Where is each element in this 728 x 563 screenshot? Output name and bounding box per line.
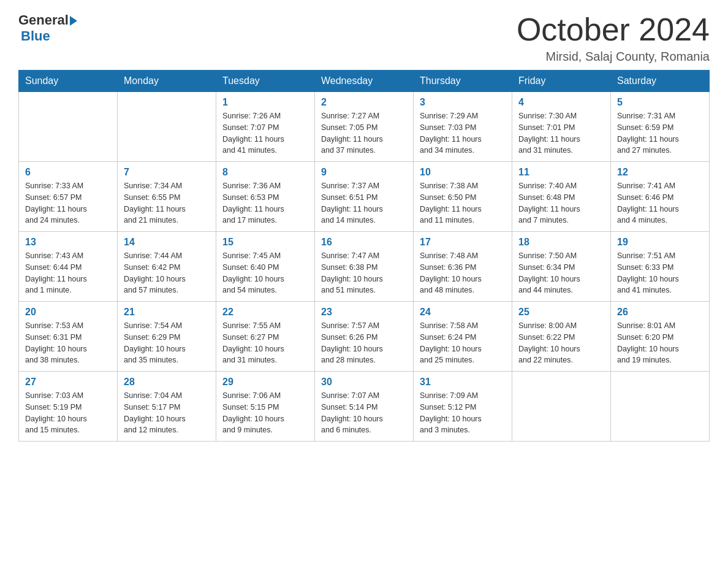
day-info: Sunrise: 7:54 AMSunset: 6:29 PMDaylight:…: [124, 320, 210, 366]
day-number: 2: [321, 97, 407, 108]
day-info: Sunrise: 7:33 AMSunset: 6:57 PMDaylight:…: [25, 180, 111, 226]
calendar-day-cell: 9Sunrise: 7:37 AMSunset: 6:51 PMDaylight…: [315, 162, 414, 232]
day-info: Sunrise: 7:26 AMSunset: 7:07 PMDaylight:…: [222, 110, 308, 156]
day-info: Sunrise: 7:50 AMSunset: 6:34 PMDaylight:…: [518, 250, 604, 296]
day-number: 26: [617, 307, 703, 318]
calendar-week-row: 13Sunrise: 7:43 AMSunset: 6:44 PMDayligh…: [19, 232, 710, 302]
day-info: Sunrise: 7:51 AMSunset: 6:33 PMDaylight:…: [617, 250, 703, 296]
calendar-day-cell: 5Sunrise: 7:31 AMSunset: 6:59 PMDaylight…: [611, 92, 710, 162]
calendar-day-cell: 22Sunrise: 7:55 AMSunset: 6:27 PMDayligh…: [216, 302, 315, 372]
calendar-day-cell: 4Sunrise: 7:30 AMSunset: 7:01 PMDaylight…: [512, 92, 611, 162]
day-number: 1: [222, 97, 308, 108]
calendar-day-cell: 30Sunrise: 7:07 AMSunset: 5:14 PMDayligh…: [315, 372, 414, 442]
calendar-week-row: 20Sunrise: 7:53 AMSunset: 6:31 PMDayligh…: [19, 302, 710, 372]
calendar-day-cell: 31Sunrise: 7:09 AMSunset: 5:12 PMDayligh…: [414, 372, 512, 442]
calendar-week-row: 27Sunrise: 7:03 AMSunset: 5:19 PMDayligh…: [19, 372, 710, 442]
day-number: 15: [222, 237, 308, 248]
day-number: 12: [617, 167, 703, 178]
calendar-day-cell: 21Sunrise: 7:54 AMSunset: 6:29 PMDayligh…: [118, 302, 216, 372]
day-number: 5: [617, 97, 703, 108]
calendar-day-cell: [118, 92, 216, 162]
calendar-day-cell: 7Sunrise: 7:34 AMSunset: 6:55 PMDaylight…: [118, 162, 216, 232]
logo-arrow-icon: [70, 16, 77, 26]
title-block: October 2024 Mirsid, Salaj County, Roman…: [517, 12, 710, 64]
day-number: 18: [518, 237, 604, 248]
calendar-day-cell: 17Sunrise: 7:48 AMSunset: 6:36 PMDayligh…: [414, 232, 512, 302]
day-info: Sunrise: 7:40 AMSunset: 6:48 PMDaylight:…: [518, 180, 604, 226]
day-number: 6: [25, 167, 111, 178]
calendar-day-cell: 19Sunrise: 7:51 AMSunset: 6:33 PMDayligh…: [611, 232, 710, 302]
day-info: Sunrise: 7:29 AMSunset: 7:03 PMDaylight:…: [420, 110, 506, 156]
day-info: Sunrise: 7:47 AMSunset: 6:38 PMDaylight:…: [321, 250, 407, 296]
day-info: Sunrise: 8:01 AMSunset: 6:20 PMDaylight:…: [617, 320, 703, 366]
calendar-header-cell: Saturday: [611, 71, 710, 92]
calendar-day-cell: 8Sunrise: 7:36 AMSunset: 6:53 PMDaylight…: [216, 162, 315, 232]
day-number: 16: [321, 237, 407, 248]
calendar-day-cell: 27Sunrise: 7:03 AMSunset: 5:19 PMDayligh…: [19, 372, 118, 442]
calendar-day-cell: 23Sunrise: 7:57 AMSunset: 6:26 PMDayligh…: [315, 302, 414, 372]
calendar-title: October 2024: [517, 12, 710, 47]
day-number: 30: [321, 377, 407, 388]
day-number: 24: [420, 307, 506, 318]
calendar-week-row: 6Sunrise: 7:33 AMSunset: 6:57 PMDaylight…: [19, 162, 710, 232]
day-number: 28: [124, 377, 210, 388]
calendar-day-cell: 10Sunrise: 7:38 AMSunset: 6:50 PMDayligh…: [414, 162, 512, 232]
day-info: Sunrise: 7:41 AMSunset: 6:46 PMDaylight:…: [617, 180, 703, 226]
day-number: 10: [420, 167, 506, 178]
day-number: 27: [25, 377, 111, 388]
calendar-day-cell: 6Sunrise: 7:33 AMSunset: 6:57 PMDaylight…: [19, 162, 118, 232]
day-info: Sunrise: 7:58 AMSunset: 6:24 PMDaylight:…: [420, 320, 506, 366]
logo-text-blue: Blue: [21, 28, 50, 44]
day-info: Sunrise: 7:09 AMSunset: 5:12 PMDaylight:…: [420, 390, 506, 436]
calendar-day-cell: 11Sunrise: 7:40 AMSunset: 6:48 PMDayligh…: [512, 162, 611, 232]
calendar-day-cell: 15Sunrise: 7:45 AMSunset: 6:40 PMDayligh…: [216, 232, 315, 302]
calendar-day-cell: 25Sunrise: 8:00 AMSunset: 6:22 PMDayligh…: [512, 302, 611, 372]
day-number: 29: [222, 377, 308, 388]
day-info: Sunrise: 7:27 AMSunset: 7:05 PMDaylight:…: [321, 110, 407, 156]
calendar-header-cell: Tuesday: [216, 71, 315, 92]
calendar-day-cell: 12Sunrise: 7:41 AMSunset: 6:46 PMDayligh…: [611, 162, 710, 232]
day-number: 7: [124, 167, 210, 178]
calendar-day-cell: [19, 92, 118, 162]
calendar-day-cell: 3Sunrise: 7:29 AMSunset: 7:03 PMDaylight…: [414, 92, 512, 162]
day-info: Sunrise: 7:06 AMSunset: 5:15 PMDaylight:…: [222, 390, 308, 436]
page-header: General Blue October 2024 Mirsid, Salaj …: [18, 12, 710, 64]
day-info: Sunrise: 7:45 AMSunset: 6:40 PMDaylight:…: [222, 250, 308, 296]
calendar-day-cell: [512, 372, 611, 442]
calendar-header-cell: Monday: [118, 71, 216, 92]
calendar-header-cell: Thursday: [414, 71, 512, 92]
calendar-day-cell: 20Sunrise: 7:53 AMSunset: 6:31 PMDayligh…: [19, 302, 118, 372]
calendar-day-cell: [611, 372, 710, 442]
day-info: Sunrise: 7:57 AMSunset: 6:26 PMDaylight:…: [321, 320, 407, 366]
day-info: Sunrise: 7:04 AMSunset: 5:17 PMDaylight:…: [124, 390, 210, 436]
day-number: 9: [321, 167, 407, 178]
day-info: Sunrise: 7:07 AMSunset: 5:14 PMDaylight:…: [321, 390, 407, 436]
day-number: 31: [420, 377, 506, 388]
day-info: Sunrise: 7:36 AMSunset: 6:53 PMDaylight:…: [222, 180, 308, 226]
day-number: 19: [617, 237, 703, 248]
day-info: Sunrise: 7:44 AMSunset: 6:42 PMDaylight:…: [124, 250, 210, 296]
day-number: 3: [420, 97, 506, 108]
day-number: 13: [25, 237, 111, 248]
day-info: Sunrise: 7:37 AMSunset: 6:51 PMDaylight:…: [321, 180, 407, 226]
day-number: 22: [222, 307, 308, 318]
day-number: 20: [25, 307, 111, 318]
day-number: 14: [124, 237, 210, 248]
day-info: Sunrise: 7:34 AMSunset: 6:55 PMDaylight:…: [124, 180, 210, 226]
day-number: 21: [124, 307, 210, 318]
day-info: Sunrise: 8:00 AMSunset: 6:22 PMDaylight:…: [518, 320, 604, 366]
calendar-header-cell: Wednesday: [315, 71, 414, 92]
day-number: 4: [518, 97, 604, 108]
day-info: Sunrise: 7:53 AMSunset: 6:31 PMDaylight:…: [25, 320, 111, 366]
calendar-day-cell: 13Sunrise: 7:43 AMSunset: 6:44 PMDayligh…: [19, 232, 118, 302]
day-number: 8: [222, 167, 308, 178]
day-info: Sunrise: 7:30 AMSunset: 7:01 PMDaylight:…: [518, 110, 604, 156]
day-info: Sunrise: 7:31 AMSunset: 6:59 PMDaylight:…: [617, 110, 703, 156]
calendar-day-cell: 29Sunrise: 7:06 AMSunset: 5:15 PMDayligh…: [216, 372, 315, 442]
calendar-week-row: 1Sunrise: 7:26 AMSunset: 7:07 PMDaylight…: [19, 92, 710, 162]
calendar-day-cell: 1Sunrise: 7:26 AMSunset: 7:07 PMDaylight…: [216, 92, 315, 162]
calendar-header-cell: Friday: [512, 71, 611, 92]
calendar-subtitle: Mirsid, Salaj County, Romania: [517, 50, 710, 64]
day-info: Sunrise: 7:43 AMSunset: 6:44 PMDaylight:…: [25, 250, 111, 296]
calendar-table: SundayMondayTuesdayWednesdayThursdayFrid…: [18, 70, 710, 442]
